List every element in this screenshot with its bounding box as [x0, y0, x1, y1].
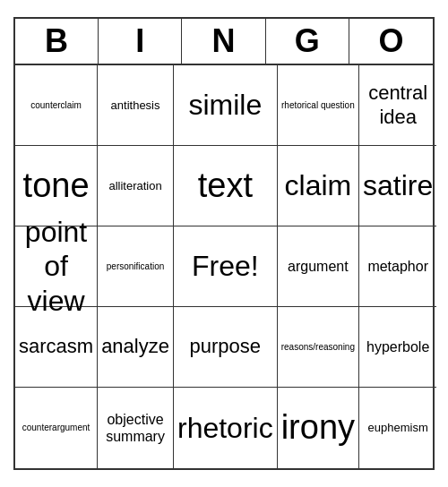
- header-letter-n: N: [182, 19, 265, 64]
- bingo-cell-15: sarcasm: [15, 307, 98, 388]
- bingo-grid: counterclaimantithesissimilerhetorical q…: [15, 65, 433, 468]
- bingo-cell-6: alliteration: [98, 146, 174, 226]
- bingo-cell-8: claim: [278, 146, 359, 226]
- cell-text-17: purpose: [190, 335, 262, 358]
- cell-text-10: point of view: [19, 215, 93, 318]
- bingo-cell-10: point of view: [15, 226, 98, 307]
- cell-text-9: satire: [363, 168, 433, 202]
- cell-text-6: alliteration: [108, 179, 161, 193]
- bingo-cell-20: counterargument: [15, 388, 98, 468]
- bingo-card: BINGO counterclaimantithesissimilerhetor…: [13, 17, 435, 470]
- cell-text-1: antithesis: [111, 98, 160, 113]
- cell-text-4: central idea: [363, 81, 433, 129]
- cell-text-20: counterargument: [22, 423, 90, 433]
- bingo-cell-0: counterclaim: [15, 65, 98, 146]
- bingo-cell-13: argument: [278, 226, 359, 307]
- cell-text-0: counterclaim: [30, 100, 82, 111]
- cell-text-22: rhetoric: [177, 411, 273, 445]
- bingo-cell-18: reasons/reasoning: [278, 307, 359, 388]
- cell-text-13: argument: [288, 258, 349, 275]
- bingo-cell-1: antithesis: [98, 65, 174, 146]
- cell-text-19: hyperbole: [366, 338, 429, 355]
- bingo-cell-21: objective summary: [98, 388, 174, 468]
- cell-text-15: sarcasm: [19, 335, 93, 358]
- header-letter-i: I: [99, 19, 182, 64]
- bingo-cell-3: rhetorical question: [278, 65, 359, 146]
- cell-text-21: objective summary: [101, 411, 169, 445]
- bingo-cell-16: analyze: [98, 307, 174, 388]
- cell-text-7: text: [198, 166, 253, 207]
- cell-text-12: Free!: [192, 249, 259, 283]
- bingo-cell-2: simile: [174, 65, 278, 146]
- cell-text-2: simile: [188, 88, 262, 122]
- cell-text-11: personification: [107, 261, 164, 272]
- bingo-cell-19: hyperbole: [359, 307, 436, 388]
- bingo-cell-7: text: [174, 146, 278, 226]
- header-letter-o: O: [349, 19, 433, 64]
- bingo-cell-11: personification: [98, 226, 174, 307]
- bingo-cell-24: euphemism: [359, 388, 436, 468]
- header-letter-b: B: [15, 19, 99, 64]
- bingo-header: BINGO: [15, 19, 433, 65]
- bingo-cell-22: rhetoric: [174, 388, 278, 468]
- cell-text-24: euphemism: [368, 421, 428, 435]
- cell-text-14: metaphor: [367, 258, 428, 275]
- cell-text-23: irony: [281, 407, 355, 449]
- bingo-cell-9: satire: [359, 146, 436, 226]
- cell-text-3: rhetorical question: [281, 100, 355, 111]
- bingo-cell-12: Free!: [174, 226, 278, 307]
- bingo-cell-4: central idea: [359, 65, 436, 146]
- cell-text-16: analyze: [101, 335, 169, 358]
- cell-text-18: reasons/reasoning: [281, 342, 355, 353]
- bingo-cell-14: metaphor: [359, 226, 436, 307]
- bingo-cell-23: irony: [278, 388, 359, 468]
- bingo-cell-17: purpose: [174, 307, 278, 388]
- header-letter-g: G: [266, 19, 349, 64]
- cell-text-8: claim: [285, 168, 352, 202]
- cell-text-5: tone: [23, 166, 90, 207]
